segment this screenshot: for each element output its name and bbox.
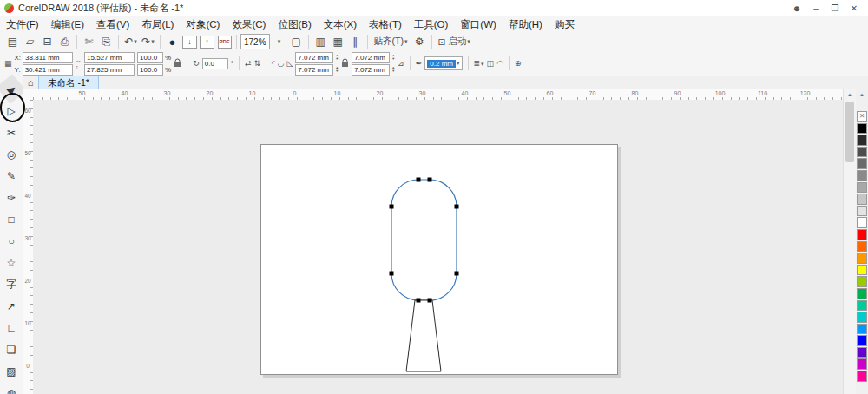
lock-ratio-icon[interactable] <box>174 58 181 69</box>
outline-width-select[interactable]: 0.2 mm ▾ <box>424 56 462 70</box>
open-button[interactable]: ▱ <box>22 34 38 50</box>
color-swatch[interactable] <box>857 241 867 253</box>
account-icon[interactable]: ☻ <box>787 1 806 16</box>
round-corner-button[interactable]: ◜ <box>272 59 275 68</box>
color-swatch[interactable] <box>857 276 867 287</box>
spinner[interactable]: ▲▼ <box>391 66 395 73</box>
minimize-button[interactable]: – <box>806 1 825 16</box>
node-handle[interactable] <box>417 178 421 182</box>
spinner[interactable]: ▲▼ <box>335 66 339 73</box>
crop-tool[interactable]: ✂ <box>1 121 22 143</box>
artistic-media-tool[interactable]: ✑ <box>1 187 22 208</box>
transparency-tool[interactable]: ▨ <box>1 360 22 382</box>
restore-button[interactable]: ❐ <box>825 1 845 16</box>
menu-item[interactable]: 编辑(E) <box>45 18 90 31</box>
palette-scroll-up-icon[interactable]: ▲ <box>859 89 865 100</box>
menu-item[interactable]: 对象(C) <box>180 18 226 31</box>
snap-to-button[interactable]: 贴齐(T)▾ <box>372 34 411 50</box>
node-handle[interactable] <box>428 178 432 182</box>
show-rulers-button[interactable]: ▥ <box>312 34 329 50</box>
color-swatch[interactable] <box>857 312 867 323</box>
wrap-text-button[interactable]: ≣▾ <box>474 59 484 68</box>
show-grid-button[interactable]: ▦ <box>330 34 346 50</box>
paste-button[interactable]: ⎘ <box>98 34 115 50</box>
scroll-up-icon[interactable]: ▲ <box>844 89 856 100</box>
new-document-button[interactable]: ▤ <box>4 34 21 50</box>
color-swatch[interactable] <box>857 229 867 240</box>
color-swatch[interactable]: ✕ <box>857 111 867 122</box>
import-button[interactable]: ↓ <box>181 34 198 50</box>
node-handle[interactable] <box>390 205 394 209</box>
menu-item[interactable]: 文件(F) <box>0 18 45 31</box>
object-width-field[interactable]: 15.527 mm <box>84 52 135 63</box>
color-swatch[interactable] <box>857 135 867 146</box>
menu-item[interactable]: 工具(O) <box>408 18 455 31</box>
zoom-dropdown-button[interactable]: ▾ <box>271 34 287 50</box>
menu-item[interactable]: 帮助(H) <box>503 18 549 31</box>
x-position-field[interactable]: 38.811 mm <box>23 52 73 63</box>
menu-item[interactable]: 位图(B) <box>272 18 317 31</box>
search-content-icon[interactable]: ● <box>164 34 181 50</box>
fullscreen-preview-button[interactable]: ▢ <box>288 34 305 50</box>
menu-item[interactable]: 效果(C) <box>226 18 272 31</box>
color-swatch[interactable] <box>857 288 867 299</box>
color-swatch[interactable] <box>857 371 867 382</box>
convert-to-curve-button[interactable]: ◠ <box>496 59 503 68</box>
color-swatch[interactable] <box>857 206 867 217</box>
home-icon[interactable]: ⌂ <box>23 77 38 88</box>
zoom-level-select[interactable]: 172% <box>240 34 270 49</box>
spinner[interactable]: ▲▼ <box>335 54 339 61</box>
corner-radius-bl-field[interactable]: 7.072 mm <box>295 64 333 76</box>
node-handle[interactable] <box>455 205 459 209</box>
undo-button[interactable]: ↶▾ <box>122 34 139 50</box>
dimension-tool[interactable]: ↗ <box>1 295 22 317</box>
node-handle[interactable] <box>417 299 421 303</box>
color-swatch[interactable] <box>857 217 867 228</box>
text-tool[interactable]: 字 <box>1 273 22 295</box>
rotation-angle-field[interactable]: 0.0 <box>202 58 228 69</box>
drawing-area[interactable] <box>33 100 844 394</box>
show-guidelines-button[interactable]: ∥ <box>347 34 364 50</box>
rounded-rectangle-shape[interactable] <box>391 180 457 300</box>
color-swatch[interactable] <box>857 194 867 205</box>
color-swatch[interactable] <box>857 335 867 346</box>
scalloped-corner-button[interactable]: ◡ <box>278 59 285 68</box>
add-preset-button[interactable]: ⊕ <box>515 59 522 68</box>
interactive-fill-tool[interactable]: ◍ <box>1 382 22 394</box>
corner-radius-tr-field[interactable]: 7.072 mm <box>352 52 390 63</box>
export-button[interactable]: ↑ <box>199 34 215 50</box>
mirror-vertical-button[interactable]: ⇅ <box>254 59 261 68</box>
redo-button[interactable]: ↷▾ <box>140 34 156 50</box>
relative-corner-scaling-button[interactable]: ⊿ <box>398 59 404 68</box>
color-swatch[interactable] <box>857 182 867 194</box>
publish-pdf-button[interactable]: PDF <box>216 34 233 50</box>
launch-button[interactable]: ⊡启动▾ <box>436 34 473 50</box>
corner-radius-tl-field[interactable]: 7.072 mm <box>295 52 333 63</box>
outline-position-button[interactable]: ◫ <box>487 59 495 68</box>
options-gear-icon[interactable]: ⚙ <box>411 34 428 50</box>
origin-selector-icon[interactable]: ▦ <box>4 59 12 68</box>
y-position-field[interactable]: 30.421 mm <box>23 64 73 76</box>
color-swatch[interactable] <box>857 123 867 135</box>
document-tab[interactable]: 未命名 -1* <box>38 76 99 89</box>
menu-item[interactable]: 查看(V) <box>90 18 135 31</box>
menu-item[interactable]: 窗口(W) <box>454 18 503 31</box>
node-handle[interactable] <box>390 272 394 276</box>
color-swatch[interactable] <box>857 324 867 335</box>
freehand-tool[interactable]: ✎ <box>1 165 22 187</box>
menu-item[interactable]: 布局(L) <box>135 18 180 31</box>
connector-tool[interactable]: ∟ <box>1 317 22 338</box>
chamfered-corner-button[interactable]: ◺ <box>286 59 293 68</box>
menu-item[interactable]: 文本(X) <box>318 18 363 31</box>
color-swatch[interactable] <box>857 170 867 181</box>
menu-item[interactable]: 表格(T) <box>363 18 408 31</box>
menu-item[interactable]: 购买 <box>549 18 581 31</box>
color-swatch[interactable] <box>857 158 867 169</box>
color-swatch[interactable] <box>857 347 867 358</box>
drop-shadow-tool[interactable]: ❏ <box>1 338 22 360</box>
trapezoid-handle-shape[interactable] <box>406 300 441 371</box>
ellipse-tool[interactable]: ○ <box>1 230 22 252</box>
color-swatch[interactable] <box>857 358 867 370</box>
save-button[interactable]: ⊟ <box>39 34 56 50</box>
node-handle[interactable] <box>428 299 432 303</box>
